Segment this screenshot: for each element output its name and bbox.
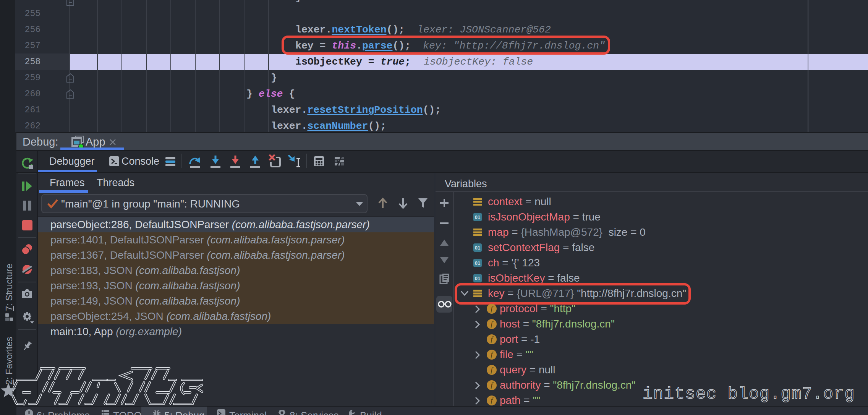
svg-text:01: 01 — [475, 214, 480, 220]
svg-text:01: 01 — [475, 276, 480, 281]
svg-text:01: 01 — [475, 260, 480, 266]
svg-text:01: 01 — [475, 245, 480, 251]
